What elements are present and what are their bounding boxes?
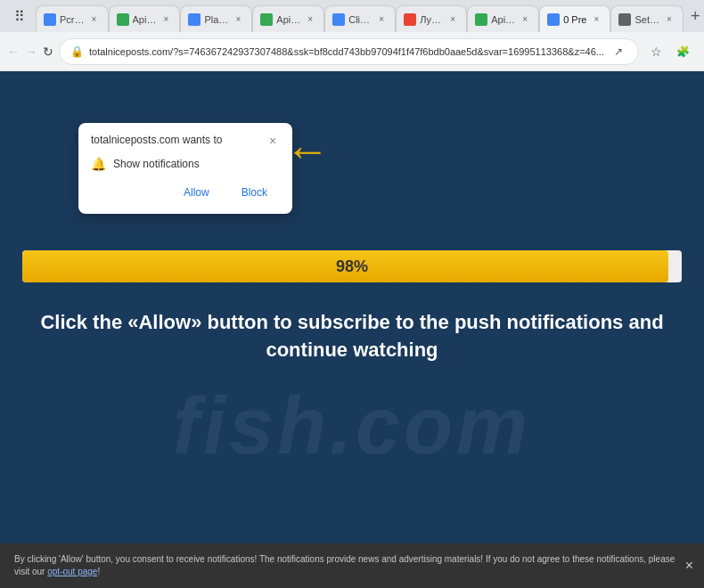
browser-window: ⠿ Pcr…×Api…×Pla…×Api…×Cli…×Лу…×Api…×0 Pr… xyxy=(0,0,704,588)
block-button[interactable]: Block xyxy=(229,182,280,203)
bottom-close-button[interactable]: × xyxy=(685,558,693,574)
bell-icon: 🔔 xyxy=(91,157,106,171)
tab-tab8[interactable]: 0 Pre× xyxy=(539,5,610,32)
main-text: Click the «Allow» button to subscribe to… xyxy=(40,309,663,364)
tab-label-tab8: 0 Pre xyxy=(563,14,586,25)
tab-close-tab8[interactable]: × xyxy=(590,13,602,26)
tab-tab3[interactable]: Pla…× xyxy=(180,5,252,32)
forward-button[interactable]: → xyxy=(25,39,37,64)
tab-close-tab5[interactable]: × xyxy=(375,13,388,26)
watermark-text: fish.com xyxy=(173,380,531,472)
tab-tab2[interactable]: Api…× xyxy=(109,5,181,32)
tab-tab4[interactable]: Api…× xyxy=(252,5,324,32)
tab-close-tab2[interactable]: × xyxy=(160,13,172,26)
notification-popup: totalniceposts.com wants to × 🔔 Show not… xyxy=(78,123,292,214)
bottom-text-end: ! xyxy=(97,567,100,576)
tab-favicon-tab3 xyxy=(188,13,201,26)
tab-favicon-tab8 xyxy=(547,13,560,26)
profile-icon[interactable]: 👤 xyxy=(698,39,704,64)
tab-close-tab1[interactable]: × xyxy=(88,13,101,26)
tab-favicon-tab6 xyxy=(404,13,416,26)
main-text-line2: continue watching xyxy=(266,339,438,361)
tab-label-tab3: Pla… xyxy=(204,14,228,25)
tab-favicon-tab5 xyxy=(332,13,345,26)
progress-bar-background: 98% xyxy=(22,250,682,282)
tab-label-tab9: Set… xyxy=(634,14,659,25)
tab-label-tab5: Cli… xyxy=(348,14,372,25)
tab-close-tab4[interactable]: × xyxy=(304,13,316,26)
main-text-line1: Click the «Allow» button to subscribe to… xyxy=(40,311,663,333)
tab-label-tab4: Api… xyxy=(276,14,300,25)
tab-label-tab2: Api… xyxy=(133,14,157,25)
bookmark-icon[interactable]: ☆ xyxy=(644,39,669,64)
tab-strip: Pcr…×Api…×Pla…×Api…×Cli…×Лу…×Api…×0 Pre×… xyxy=(36,0,684,32)
tab-favicon-tab7 xyxy=(475,13,487,26)
tab-favicon-tab2 xyxy=(117,13,129,26)
popup-title: totalniceposts.com wants to xyxy=(91,134,222,146)
window-controls-left: ⠿ xyxy=(7,4,32,29)
opt-out-link[interactable]: opt-out page xyxy=(47,567,97,576)
address-bar: ← → ↻ 🔒 totalniceposts.com/?s=7463672429… xyxy=(0,32,704,71)
popup-buttons: Allow Block xyxy=(91,182,280,203)
bottom-text-content: By clicking 'Allow' button, you consent … xyxy=(14,554,675,576)
tab-close-tab9[interactable]: × xyxy=(663,13,675,26)
popup-close-button[interactable]: × xyxy=(266,134,280,148)
back-button[interactable]: ← xyxy=(7,39,20,64)
title-bar: ⠿ Pcr…×Api…×Pla…×Api…×Cli…×Лу…×Api…×0 Pr… xyxy=(0,0,704,32)
tab-favicon-tab9 xyxy=(618,13,631,26)
extension-icon[interactable]: 🧩 xyxy=(671,39,696,64)
watermark: fish.com xyxy=(0,380,704,472)
tab-tab7[interactable]: Api…× xyxy=(467,5,539,32)
share-icon[interactable]: ↗ xyxy=(610,43,627,61)
allow-button[interactable]: Allow xyxy=(171,182,222,203)
url-text: totalniceposts.com/?s=746367242937307488… xyxy=(89,46,604,57)
url-bar[interactable]: 🔒 totalniceposts.com/?s=7463672429373074… xyxy=(59,38,639,65)
tab-close-tab7[interactable]: × xyxy=(519,13,531,26)
bottom-text: By clicking 'Allow' button, you consent … xyxy=(14,553,690,578)
popup-notification-row: 🔔 Show notifications xyxy=(91,157,280,171)
page-content: totalniceposts.com wants to × 🔔 Show not… xyxy=(0,71,704,543)
tab-close-tab6[interactable]: × xyxy=(446,13,459,26)
popup-notification-text: Show notifications xyxy=(113,158,200,170)
progress-text: 98% xyxy=(22,257,682,276)
new-tab-button[interactable]: + xyxy=(691,4,700,29)
tab-tab6[interactable]: Лу…× xyxy=(396,5,467,32)
tab-favicon-tab4 xyxy=(260,13,273,26)
tab-label-tab6: Лу… xyxy=(420,14,443,25)
reload-button[interactable]: ↻ xyxy=(43,39,53,64)
progress-container: 98% xyxy=(22,250,682,282)
tab-tab1[interactable]: Pcr…× xyxy=(36,5,109,32)
chrome-menu-icon[interactable]: ⠿ xyxy=(7,4,32,29)
toolbar-icons: ☆ 🧩 👤 ⋮ xyxy=(644,39,704,64)
tab-close-tab3[interactable]: × xyxy=(232,13,244,26)
popup-header: totalniceposts.com wants to × xyxy=(91,134,280,148)
tab-tab5[interactable]: Cli…× xyxy=(324,5,396,32)
tab-tab9[interactable]: Set…× xyxy=(610,5,684,32)
bottom-notification-bar: By clicking 'Allow' button, you consent … xyxy=(0,543,704,588)
tab-label-tab7: Api… xyxy=(491,14,515,25)
tab-favicon-tab1 xyxy=(44,13,56,26)
tab-label-tab1: Pcr… xyxy=(60,14,85,25)
